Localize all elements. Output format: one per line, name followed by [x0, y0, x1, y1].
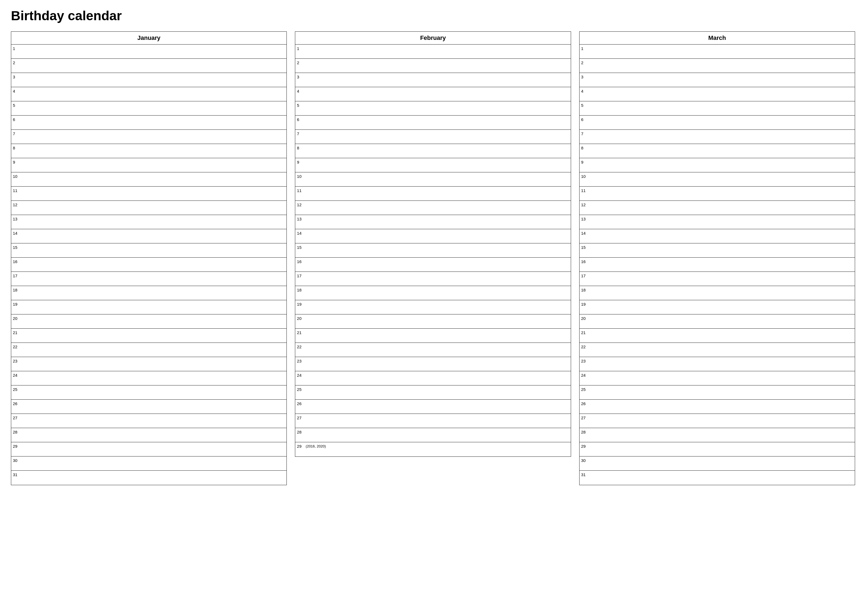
table-row: 17	[295, 272, 570, 286]
day-number: 12	[581, 202, 589, 207]
day-number: 12	[13, 202, 20, 207]
day-number: 20	[297, 316, 304, 321]
day-number: 9	[581, 159, 589, 165]
day-number: 16	[581, 259, 589, 264]
day-number: 11	[13, 188, 20, 193]
day-number: 10	[297, 173, 304, 179]
day-number: 24	[581, 372, 589, 377]
table-row: 6	[11, 116, 287, 130]
day-number: 25	[581, 387, 589, 392]
table-row: 14	[579, 229, 855, 244]
day-number: 5	[297, 102, 304, 108]
table-row: 9	[295, 158, 570, 172]
table-row: 26	[11, 400, 287, 414]
table-row: 19	[295, 300, 570, 314]
day-number: 6	[13, 117, 20, 122]
table-row: 27	[295, 414, 570, 428]
day-number: 22	[581, 344, 589, 349]
table-row: 6	[295, 116, 570, 130]
day-number: 17	[297, 273, 304, 278]
day-number: 4	[297, 88, 304, 93]
day-number: 20	[581, 316, 589, 321]
table-row: 4	[295, 87, 570, 101]
day-number: 25	[297, 387, 304, 392]
table-row: 30	[579, 456, 855, 471]
day-number: 18	[297, 287, 304, 292]
day-number: 11	[581, 188, 589, 193]
table-row: 2	[11, 59, 287, 73]
table-row: 14	[295, 229, 570, 244]
table-row: 11	[579, 187, 855, 201]
table-row: 3	[295, 73, 570, 87]
table-row: 20	[11, 314, 287, 328]
day-number: 6	[581, 117, 589, 122]
calendar-march: March12345678910111213141516171819202122…	[579, 31, 855, 485]
table-row: 27	[579, 414, 855, 428]
day-number: 21	[13, 330, 20, 335]
table-row: 24	[579, 371, 855, 385]
day-number: 21	[297, 330, 304, 335]
day-number: 19	[13, 301, 20, 306]
day-number: 24	[297, 372, 304, 377]
day-number: 16	[13, 259, 20, 264]
day-number: 18	[13, 287, 20, 292]
day-number: 23	[13, 358, 20, 363]
page-title: Birthday calendar	[11, 8, 855, 23]
table-row: 15	[295, 244, 570, 258]
table-row: 29	[579, 442, 855, 456]
table-row: 28	[579, 428, 855, 442]
table-row: 17	[11, 272, 287, 286]
table-row: 10	[11, 172, 287, 187]
day-note: (2016, 2020)	[304, 443, 326, 448]
day-number: 28	[581, 429, 589, 434]
table-row: 13	[295, 215, 570, 229]
table-row: 21	[579, 328, 855, 343]
day-number: 8	[13, 145, 20, 150]
day-number: 14	[13, 230, 20, 236]
day-number: 15	[297, 245, 304, 250]
table-row: 20	[579, 314, 855, 328]
day-number: 12	[297, 202, 304, 207]
day-number: 29	[581, 443, 589, 449]
day-number: 2	[297, 60, 304, 65]
table-row: 10	[295, 172, 570, 187]
day-number: 21	[581, 330, 589, 335]
table-row: 8	[11, 144, 287, 158]
day-number: 2	[581, 60, 589, 65]
table-row: 5	[295, 101, 570, 116]
day-number: 13	[581, 216, 589, 221]
table-row: 16	[579, 258, 855, 272]
day-number: 4	[581, 88, 589, 93]
table-row: 21	[11, 328, 287, 343]
table-row: 12	[11, 201, 287, 215]
table-row: 2	[579, 59, 855, 73]
table-row: 27	[11, 414, 287, 428]
table-row: 2	[295, 59, 570, 73]
day-number: 13	[13, 216, 20, 221]
day-number: 14	[581, 230, 589, 236]
table-row: 15	[579, 244, 855, 258]
day-number: 7	[581, 131, 589, 136]
day-number: 26	[581, 401, 589, 406]
month-header-january: January	[11, 32, 287, 44]
table-row: 11	[11, 187, 287, 201]
table-row: 24	[295, 371, 570, 385]
table-row: 26	[295, 400, 570, 414]
day-number: 26	[13, 401, 20, 406]
day-number: 3	[297, 74, 304, 79]
table-row: 13	[11, 215, 287, 229]
day-number: 25	[13, 387, 20, 392]
day-number: 11	[297, 188, 304, 193]
table-row: 16	[11, 258, 287, 272]
day-number: 28	[297, 429, 304, 434]
table-row: 25	[579, 385, 855, 400]
day-number: 29	[13, 443, 20, 449]
day-number: 28	[13, 429, 20, 434]
day-number: 10	[581, 173, 589, 179]
day-number: 13	[297, 216, 304, 221]
table-row: 18	[295, 286, 570, 300]
table-row: 6	[579, 116, 855, 130]
table-row: 8	[579, 144, 855, 158]
table-row: 18	[11, 286, 287, 300]
table-row: 7	[11, 130, 287, 144]
